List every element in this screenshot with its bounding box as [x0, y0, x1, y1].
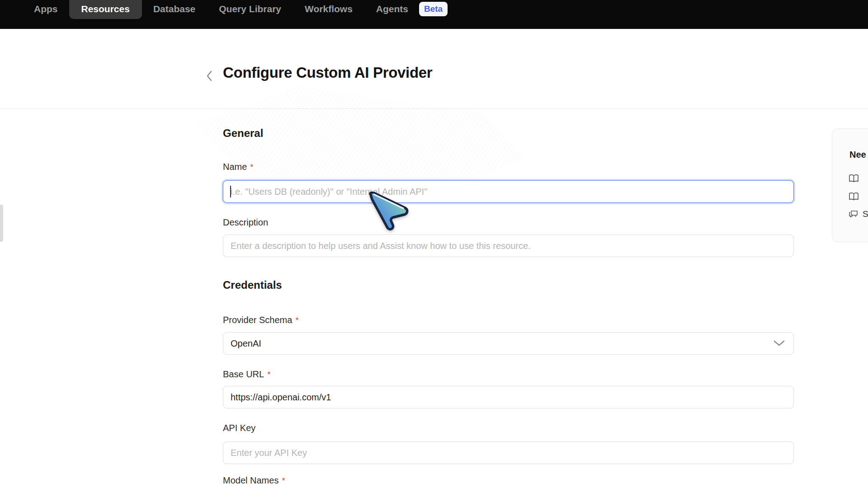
- help-panel-heading: Nee: [849, 150, 866, 160]
- required-asterisk: *: [250, 162, 253, 172]
- help-link-label: S: [863, 209, 868, 219]
- section-heading-general: General: [223, 127, 263, 140]
- tab-agents[interactable]: Agents Beta: [376, 2, 448, 16]
- provider-schema-field-wrapper: OpenAI: [223, 332, 794, 355]
- model-names-label: Model Names*: [223, 475, 285, 486]
- api-key-input[interactable]: [223, 441, 794, 464]
- tab-database[interactable]: Database: [153, 4, 195, 14]
- help-link-guide[interactable]: [849, 192, 859, 201]
- beta-badge: Beta: [419, 2, 448, 16]
- tab-query-library-label: Query Library: [219, 4, 281, 14]
- page-title: Configure Custom AI Provider: [223, 64, 432, 81]
- section-heading-credentials: Credentials: [223, 279, 282, 291]
- required-asterisk: *: [295, 315, 298, 325]
- description-label: Description: [223, 217, 268, 228]
- tab-apps-label: Apps: [34, 4, 58, 14]
- provider-schema-select[interactable]: OpenAI: [223, 332, 794, 355]
- description-input[interactable]: [223, 235, 794, 257]
- tab-query-library[interactable]: Query Library: [219, 4, 281, 14]
- tab-apps[interactable]: Apps: [34, 4, 58, 14]
- chevron-down-icon: [773, 340, 785, 347]
- tab-workflows-label: Workflows: [305, 4, 353, 14]
- text-caret: [230, 186, 231, 197]
- chat-bubbles-icon: [849, 210, 858, 219]
- name-field-wrapper: [223, 180, 794, 203]
- required-asterisk: *: [267, 370, 270, 379]
- mouse-cursor: [367, 192, 410, 231]
- chevron-left-icon: [206, 70, 213, 82]
- help-link-docs[interactable]: [849, 174, 859, 183]
- tab-resources[interactable]: Resources: [81, 4, 130, 14]
- api-key-label: API Key: [223, 423, 255, 433]
- book-open-icon: [849, 174, 859, 183]
- top-navbar: Apps Resources Database Query Library Wo…: [0, 0, 868, 29]
- tab-agents-label: Agents: [376, 4, 408, 14]
- tab-database-label: Database: [153, 4, 195, 14]
- provider-schema-label: Provider Schema*: [223, 315, 299, 325]
- base-url-field-wrapper: [223, 386, 794, 408]
- base-url-label: Base URL*: [223, 369, 271, 380]
- api-key-field-wrapper: [223, 441, 794, 464]
- back-button[interactable]: [201, 66, 218, 86]
- book-open-icon: [849, 192, 859, 201]
- provider-schema-value: OpenAI: [231, 338, 261, 349]
- help-link-support[interactable]: S: [849, 209, 868, 219]
- help-panel: Nee S: [832, 128, 868, 242]
- name-label: Name*: [223, 162, 254, 172]
- name-input[interactable]: [223, 180, 794, 203]
- left-edge-strip: [0, 205, 3, 242]
- nav-tab-list: Apps Resources Database Query Library Wo…: [34, 0, 448, 18]
- tab-workflows[interactable]: Workflows: [305, 4, 353, 14]
- description-field-wrapper: [223, 235, 794, 257]
- tab-resources-label: Resources: [81, 4, 130, 14]
- base-url-input[interactable]: [223, 386, 794, 408]
- required-asterisk: *: [282, 476, 285, 485]
